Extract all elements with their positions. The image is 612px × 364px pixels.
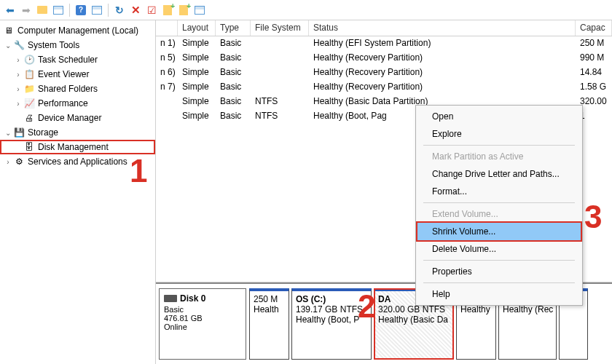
header-status[interactable]: Status [309, 20, 576, 36]
tree-services[interactable]: › ⚙ Services and Applications [0, 154, 155, 169]
tree-root[interactable]: 🖥 Computer Management (Local) [0, 23, 155, 38]
check-button[interactable]: ☑ [144, 3, 159, 17]
disk-type: Basic [164, 305, 241, 314]
cell-layout: Simple [178, 80, 216, 95]
panes2-button[interactable] [90, 3, 104, 17]
cell-vol: n 6) [156, 66, 178, 80]
forward-button[interactable]: ➡ [19, 3, 34, 17]
menu-separator [423, 202, 575, 203]
tree-device-manager[interactable]: 🖨 Device Manager [0, 111, 155, 125]
menu-item-properties[interactable]: Properties [417, 263, 581, 280]
cell-layout: Simple [178, 66, 216, 80]
tools-icon: 🔧 [13, 39, 25, 51]
header-fs[interactable]: File System [251, 20, 309, 36]
table-row[interactable]: n 7) Simple Basic Healthy (Recovery Part… [156, 80, 612, 95]
menu-item-format[interactable]: Format... [417, 183, 581, 200]
cell-layout: Simple [178, 36, 216, 51]
help-icon: ? [76, 5, 86, 15]
cell-fs [251, 36, 309, 51]
expand-icon[interactable]: › [3, 158, 13, 166]
tree-event-viewer[interactable]: › 📋 Event Viewer [0, 67, 155, 82]
tree-performance[interactable]: › 📈 Performance [0, 96, 155, 111]
new2-button[interactable] [176, 3, 191, 17]
tree-label: Performance [38, 98, 152, 108]
disk-state: Online [164, 323, 241, 331]
refresh-button[interactable]: ↻ [112, 3, 127, 17]
arrow-right-icon: ➡ [22, 4, 31, 16]
menu-separator [423, 145, 575, 146]
cell-status: Healthy (Recovery Partition) [309, 80, 576, 95]
menu-item-extend-volume: Extend Volume... [417, 205, 581, 223]
header-volume[interactable] [156, 20, 178, 36]
panes3-button[interactable] [192, 3, 207, 17]
tree-label: Device Manager [38, 113, 152, 123]
menu-separator [423, 282, 575, 283]
cell-vol: n 7) [156, 80, 178, 95]
cell-capacity: 14.84 [576, 66, 612, 80]
disk-info[interactable]: Disk 0 Basic 476.81 GB Online [159, 288, 246, 360]
cell-capacity: 250 M [576, 36, 612, 51]
menu-item-explore[interactable]: Explore [417, 125, 581, 143]
navigation-tree: 🖥 Computer Management (Local) ⌄ 🔧 System… [0, 20, 156, 364]
tree-system-tools[interactable]: ⌄ 🔧 System Tools [0, 38, 155, 52]
storage-icon: 💾 [13, 127, 25, 138]
tree-storage[interactable]: ⌄ 💾 Storage [0, 125, 155, 140]
expand-icon[interactable]: › [13, 56, 23, 64]
separator [108, 4, 109, 17]
menu-item-open[interactable]: Open [417, 108, 581, 125]
tree-task-scheduler[interactable]: › 🕑 Task Scheduler [0, 52, 155, 67]
cell-fs [251, 80, 309, 95]
disk-name: Disk 0 [180, 293, 205, 304]
device-icon: 🖨 [23, 112, 35, 124]
partition-size: 250 M [254, 294, 285, 304]
event-icon: 📋 [23, 68, 35, 80]
table-row[interactable]: n 5) Simple Basic Healthy (Recovery Part… [156, 51, 612, 66]
table-row[interactable]: n 1) Simple Basic Healthy (EFI System Pa… [156, 36, 612, 51]
cell-status: Healthy (Recovery Partition) [309, 66, 576, 80]
tree-label: Task Scheduler [38, 55, 152, 65]
collapse-icon[interactable]: ⌄ [3, 129, 13, 137]
expand-icon[interactable]: › [13, 85, 23, 93]
menu-item-shrink-volume[interactable]: Shrink Volume... [417, 223, 581, 240]
menu-item-change-drive-letter-and-paths[interactable]: Change Drive Letter and Paths... [417, 165, 581, 183]
header-capacity[interactable]: Capac [576, 20, 612, 36]
cell-vol: n 1) [156, 36, 178, 51]
check-icon: ☑ [147, 4, 157, 16]
menu-item-delete-volume[interactable]: Delete Volume... [417, 240, 581, 258]
collapse-icon[interactable]: ⌄ [3, 41, 13, 50]
close-button[interactable]: ✕ [128, 3, 143, 17]
cell-fs [251, 51, 309, 66]
expand-icon[interactable]: › [13, 71, 23, 79]
close-icon: ✕ [131, 4, 141, 17]
panes-button[interactable] [51, 3, 66, 17]
tree-shared-folders[interactable]: › 📁 Shared Folders [0, 82, 155, 96]
tree-label: Computer Management (Local) [17, 25, 152, 36]
partition[interactable]: 250 M Health [249, 288, 289, 360]
menu-item-help[interactable]: Help [417, 285, 581, 303]
partition-status: Healthy (Basic Da [378, 314, 450, 325]
menu-separator [423, 260, 575, 261]
panes-icon [92, 6, 102, 15]
cell-layout: Simple [178, 51, 216, 66]
new-button[interactable] [160, 3, 175, 17]
disk-mgmt-icon: 🗄 [23, 141, 35, 153]
help-button[interactable]: ? [74, 3, 88, 17]
shared-folder-icon: 📁 [23, 83, 35, 95]
partition-status: Healthy (Boot, P [296, 314, 367, 325]
back-button[interactable]: ⬅ [3, 3, 17, 17]
cell-type: Basic [216, 95, 251, 109]
new-icon [179, 5, 188, 15]
expand-icon[interactable]: › [13, 100, 23, 108]
table-row[interactable]: n 6) Simple Basic Healthy (Recovery Part… [156, 66, 612, 80]
arrow-left-icon: ⬅ [6, 4, 15, 16]
refresh-icon: ↻ [115, 4, 124, 16]
cell-layout: Simple [178, 109, 216, 124]
open-folder-button[interactable] [35, 3, 50, 17]
partition[interactable]: OS (C:) 139.17 GB NTFS Healthy (Boot, P [291, 288, 372, 360]
cell-fs [251, 66, 309, 80]
tree-label: Event Viewer [38, 69, 152, 79]
header-type[interactable]: Type [216, 20, 251, 36]
cell-type: Basic [216, 36, 251, 51]
header-layout[interactable]: Layout [178, 20, 216, 36]
tree-disk-management[interactable]: 🗄 Disk Management [0, 140, 155, 154]
